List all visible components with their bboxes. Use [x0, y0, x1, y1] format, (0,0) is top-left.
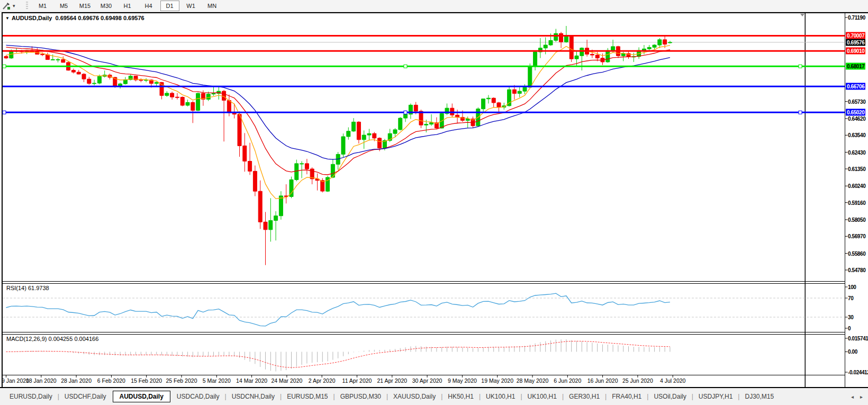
tab-dj30-m15[interactable]: DJ30,M15	[739, 391, 779, 402]
plot-right-border	[805, 13, 806, 387]
chart-canvas[interactable]	[0, 0, 868, 405]
timeframe-button-h4[interactable]: H4	[139, 1, 158, 11]
line-anchor-marker[interactable]	[799, 111, 802, 114]
line-anchor-marker[interactable]	[404, 65, 407, 68]
line-anchor-marker[interactable]	[799, 65, 802, 68]
timeframe-button-m30[interactable]: M30	[97, 1, 116, 11]
tab-scroll-arrows: ◂▸	[851, 394, 863, 400]
timeframe-button-m5[interactable]: M5	[55, 1, 74, 11]
timeframe-button-w1[interactable]: W1	[182, 1, 201, 11]
chart-tab-bar: EURUSD,Daily|USDCHF,DailyAUDUSD,DailyUSD…	[0, 387, 868, 405]
draw-tool-icon[interactable]	[1, 1, 12, 11]
tab-usdchf-daily[interactable]: USDCHF,Daily	[59, 391, 112, 402]
timeframe-button-h1[interactable]: H1	[118, 1, 137, 11]
line-anchor-marker[interactable]	[3, 65, 6, 68]
timeframe-button-d1[interactable]: D1	[160, 1, 179, 11]
tab-audusd-daily[interactable]: AUDUSD,Daily	[113, 391, 170, 402]
tab-usdcnh-daily[interactable]: USDCNH,Daily	[227, 391, 280, 402]
tab-ger30-h1[interactable]: GER30,H1	[564, 391, 605, 402]
toolbar-dropdown-caret[interactable]: ▾	[13, 3, 15, 8]
timeframe-button-m1[interactable]: M1	[33, 1, 52, 11]
line-anchor-marker[interactable]	[3, 111, 6, 114]
tab-usoil-daily[interactable]: USOil,Daily	[648, 391, 691, 402]
ma-fast-line	[6, 46, 670, 199]
timeframe-button-m15[interactable]: M15	[76, 1, 95, 11]
timeframe-buttons: M1M5M15M30H1H4D1W1MN	[33, 1, 222, 11]
ma-slow-line	[6, 45, 670, 159]
tab-eurusd-daily[interactable]: EURUSD,Daily	[4, 391, 58, 402]
tab-scroll-right-icon[interactable]: ▸	[860, 394, 863, 400]
toolbar-grip[interactable]	[26, 2, 28, 10]
tab-usdjpy-h1[interactable]: USDJPY,H1	[693, 391, 738, 402]
top-toolbar: ▾ M1M5M15M30H1H4D1W1MN	[0, 0, 868, 12]
tab-uk100-h1[interactable]: UK100,H1	[481, 391, 520, 402]
macd-histogram	[6, 339, 670, 372]
tab-xauusd-daily[interactable]: XAUUSD,Daily	[388, 391, 441, 402]
chart-window-top-border	[2, 12, 868, 13]
timeframe-button-mn[interactable]: MN	[203, 1, 222, 11]
tab-scroll-left-icon[interactable]: ◂	[851, 394, 854, 400]
tab-gbpusd-m30[interactable]: GBPUSD,M30	[335, 391, 386, 402]
down-candle-bodies	[4, 33, 667, 230]
tab-usdcad-daily[interactable]: USDCAD,Daily	[171, 391, 225, 402]
tab-fra40-h1[interactable]: FRA40,H1	[607, 391, 647, 402]
tab-eurusd-m15[interactable]: EURUSD,M15	[282, 391, 333, 402]
tab-hk50-h1[interactable]: HK50,H1	[442, 391, 479, 402]
line-anchor-marker[interactable]	[404, 111, 407, 114]
tab-uk100-h1[interactable]: UK100,H1	[522, 391, 562, 402]
chart-window-left-border	[2, 12, 3, 387]
chart-shift-marker	[800, 14, 804, 16]
